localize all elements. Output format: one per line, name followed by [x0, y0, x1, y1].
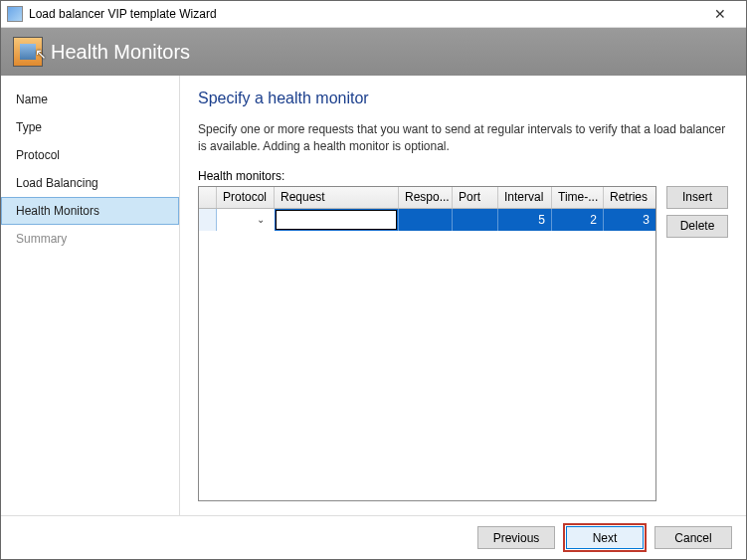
wizard-icon — [13, 37, 43, 67]
next-button[interactable]: Next — [566, 526, 644, 549]
cell-protocol[interactable]: ⌄ — [217, 209, 275, 231]
col-retries[interactable]: Retries — [604, 187, 655, 208]
banner-title: Health Monitors — [51, 41, 190, 64]
cell-timeout[interactable]: 2 — [552, 209, 604, 231]
app-icon — [7, 6, 23, 22]
sidebar-item-load-balancing[interactable]: Load Balancing — [1, 169, 179, 197]
col-response[interactable]: Respo... — [399, 187, 453, 208]
grid-header: Protocol Request Respo... Port Interval … — [199, 187, 655, 209]
footer: Previous Next Cancel — [1, 515, 746, 559]
col-request[interactable]: Request — [275, 187, 399, 208]
grid-empty-area — [199, 231, 655, 500]
cancel-button[interactable]: Cancel — [654, 526, 732, 549]
grid-area: Protocol Request Respo... Port Interval … — [198, 186, 728, 501]
close-button[interactable]: ✕ — [700, 6, 740, 22]
request-input[interactable] — [276, 210, 397, 230]
delete-button[interactable]: Delete — [666, 215, 728, 238]
cell-retries[interactable]: 3 — [604, 209, 655, 231]
page-heading: Specify a health monitor — [198, 90, 728, 107]
row-selector[interactable] — [199, 209, 217, 231]
sidebar-item-type[interactable]: Type — [1, 113, 179, 141]
grid-label: Health monitors: — [198, 169, 728, 183]
health-monitors-grid[interactable]: Protocol Request Respo... Port Interval … — [198, 186, 656, 501]
banner: ↖ Health Monitors — [1, 28, 746, 76]
col-interval[interactable]: Interval — [498, 187, 552, 208]
cell-interval[interactable]: 5 — [498, 209, 552, 231]
grid-side-buttons: Insert Delete — [666, 186, 728, 501]
sidebar-item-protocol[interactable]: Protocol — [1, 141, 179, 169]
col-selector — [199, 187, 217, 208]
table-row[interactable]: ⌄ 5 2 3 — [199, 209, 655, 231]
content-pane: Specify a health monitor Specify one or … — [180, 76, 746, 515]
sidebar-item-summary[interactable]: Summary — [1, 225, 179, 253]
previous-button[interactable]: Previous — [477, 526, 555, 549]
titlebar: Load balancer VIP template Wizard ✕ — [1, 1, 746, 28]
sidebar-item-health-monitors[interactable]: Health Monitors — [1, 197, 179, 225]
sidebar: Name Type Protocol Load Balancing Health… — [1, 76, 180, 515]
cell-response[interactable] — [399, 209, 453, 231]
col-port[interactable]: Port — [453, 187, 498, 208]
cell-request[interactable] — [275, 209, 399, 231]
col-timeout[interactable]: Time-... — [552, 187, 604, 208]
sidebar-item-name[interactable]: Name — [1, 86, 179, 113]
insert-button[interactable]: Insert — [666, 186, 728, 209]
col-protocol[interactable]: Protocol — [217, 187, 275, 208]
page-description: Specify one or more requests that you wa… — [198, 121, 728, 155]
wizard-body: Name Type Protocol Load Balancing Health… — [1, 76, 746, 515]
cell-port[interactable] — [453, 209, 498, 231]
next-button-highlight: Next — [563, 523, 647, 552]
wizard-window: Load balancer VIP template Wizard ✕ ↖ He… — [0, 0, 747, 560]
spacer — [198, 501, 728, 515]
window-title: Load balancer VIP template Wizard — [29, 7, 700, 21]
chevron-down-icon[interactable]: ⌄ — [257, 214, 265, 225]
